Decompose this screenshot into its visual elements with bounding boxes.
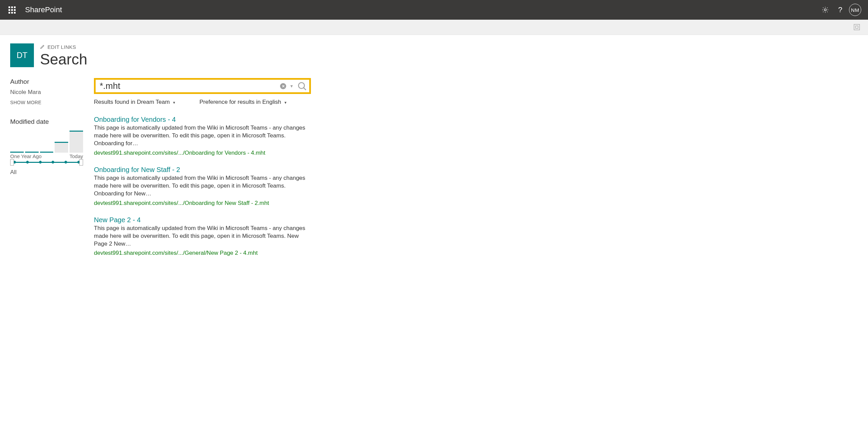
svg-rect-1 [854, 24, 860, 30]
histogram-bar[interactable] [70, 131, 83, 153]
search-result: Onboarding for New Staff - 2This page is… [94, 166, 311, 207]
result-snippet: This page is automatically updated from … [94, 174, 311, 198]
slider-handle-right[interactable] [79, 159, 83, 166]
results-scope-dropdown[interactable]: Results found in Dream Team ▼ [94, 99, 176, 106]
results-scope-value: Dream Team [137, 99, 170, 105]
result-url[interactable]: devtest991.sharepoint.com/sites/.../Gene… [94, 250, 311, 256]
search-submit-icon[interactable] [297, 81, 307, 91]
refiner-author-label: Author [10, 78, 83, 85]
page-body: DT EDIT LINKS Search Author Nicole Mara … [0, 35, 868, 274]
histogram-bar[interactable] [55, 142, 68, 153]
refiner-modified: Modified date One Year Ago Today [10, 118, 83, 176]
svg-rect-2 [855, 26, 858, 28]
result-title[interactable]: Onboarding for Vendors - 4 [94, 116, 311, 123]
focus-content-icon[interactable] [853, 23, 861, 31]
preference-lang-value: English [262, 99, 281, 105]
chevron-down-icon: ▼ [284, 101, 287, 104]
search-box: ✕ ▼ [94, 78, 311, 94]
svg-point-3 [298, 82, 304, 89]
help-icon[interactable]: ? [833, 2, 848, 17]
results-list: Onboarding for Vendors - 4This page is a… [94, 116, 311, 256]
suite-bar: SharePoint ? NM [0, 0, 868, 20]
result-snippet: This page is automatically updated from … [94, 225, 311, 248]
slider-handle-left[interactable] [10, 159, 14, 166]
search-dropdown-icon[interactable]: ▼ [290, 84, 294, 89]
user-avatar[interactable]: NM [848, 2, 863, 17]
svg-line-4 [303, 88, 306, 90]
edit-links-label: EDIT LINKS [47, 44, 76, 50]
results-found-prefix: Results found in [94, 99, 135, 105]
refiner-author-showmore[interactable]: SHOW MORE [10, 100, 83, 105]
results-language-dropdown[interactable]: Preference for results in English ▼ [199, 99, 287, 106]
chevron-down-icon: ▼ [172, 101, 176, 104]
result-title[interactable]: Onboarding for New Staff - 2 [94, 166, 311, 174]
search-result: New Page 2 - 4This page is automatically… [94, 216, 311, 257]
histogram-label-right: Today [70, 153, 83, 159]
site-logo[interactable]: DT [10, 43, 34, 67]
result-title[interactable]: New Page 2 - 4 [94, 216, 311, 224]
avatar-initials: NM [849, 4, 861, 16]
refiner-author-item[interactable]: Nicole Mara [10, 89, 83, 96]
page-header: DT EDIT LINKS Search [10, 43, 858, 67]
histogram-bar[interactable] [25, 152, 39, 153]
gear-icon[interactable] [818, 2, 833, 17]
pencil-icon [40, 44, 45, 49]
histogram-bar[interactable] [10, 152, 24, 153]
preference-prefix: Preference for results in [199, 99, 260, 105]
refiner-author: Author Nicole Mara SHOW MORE [10, 78, 83, 105]
result-snippet: This page is automatically updated from … [94, 124, 311, 148]
date-range-slider[interactable] [13, 162, 80, 163]
result-url[interactable]: devtest991.sharepoint.com/sites/.../Onbo… [94, 150, 311, 156]
histogram-bar[interactable] [40, 152, 54, 153]
result-url[interactable]: devtest991.sharepoint.com/sites/.../Onbo… [94, 200, 311, 207]
histogram-label-left: One Year Ago [10, 153, 42, 159]
edit-links-button[interactable]: EDIT LINKS [40, 44, 87, 50]
modified-histogram [10, 129, 83, 153]
app-launcher-icon[interactable] [5, 3, 18, 16]
results-column: ✕ ▼ Results found in Dream Team ▼ Prefer… [94, 78, 311, 266]
secondary-bar [0, 20, 868, 35]
clear-search-icon[interactable]: ✕ [280, 83, 286, 89]
page-title: Search [40, 52, 87, 67]
product-name[interactable]: SharePoint [25, 5, 62, 14]
svg-point-0 [824, 9, 826, 11]
search-input[interactable] [100, 81, 280, 91]
search-result: Onboarding for Vendors - 4This page is a… [94, 116, 311, 156]
refiner-modified-label: Modified date [10, 118, 83, 126]
results-meta: Results found in Dream Team ▼ Preference… [94, 99, 311, 106]
refiners-panel: Author Nicole Mara SHOW MORE Modified da… [10, 78, 83, 266]
refiner-modified-all[interactable]: All [10, 169, 83, 176]
